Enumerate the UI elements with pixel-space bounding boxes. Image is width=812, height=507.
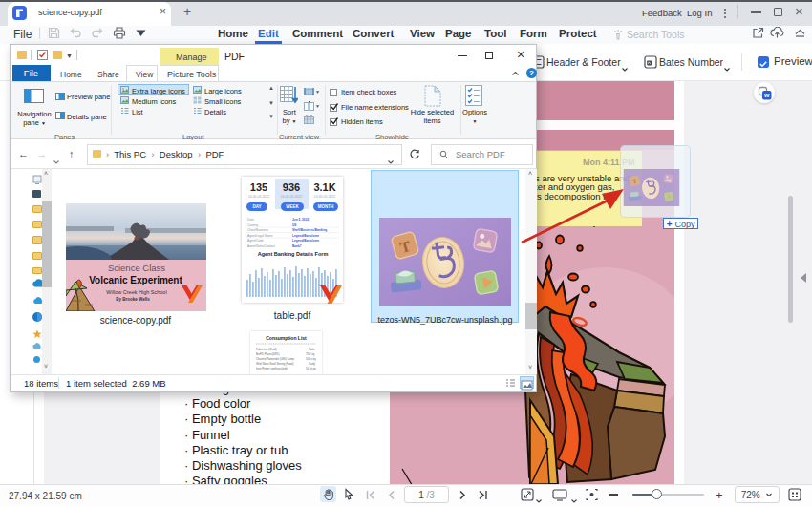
svg-text:50 t/e pp: 50 t/e pp (306, 367, 316, 370)
svg-text:Bank7: Bank7 (292, 244, 302, 248)
svg-text:Agent/Legal Name: Agent/Legal Name (247, 234, 273, 238)
svg-text:Fabric/are (Sho4): Fabric/are (Sho4) (256, 348, 277, 351)
svg-text:Agent/Sales/Contact: Agent/Sales/Contact (247, 244, 275, 248)
svg-text:Agent/Code: Agent/Code (247, 239, 264, 243)
svg-text:750 Ltg: 750 Ltg (306, 352, 315, 356)
svg-text:US: US (292, 223, 296, 227)
svg-text:Charnte/Plantonide (LED) Lamp: Charnte/Plantonide (LED) Lamp (256, 357, 294, 361)
svg-text:Sahu: Sahu (309, 348, 315, 351)
svg-text:Country: Country (247, 223, 259, 227)
svg-text:Willow Creek High School: Willow Creek High School (106, 289, 166, 295)
svg-text:Shelf/Business/Banking: Shelf/Business/Banking (292, 228, 327, 232)
svg-text:Legend/Bartolome: Legend/Bartolome (292, 239, 319, 243)
svg-text:Volcanic Experiment: Volcanic Experiment (89, 275, 182, 285)
svg-text:Client/Business: Client/Business (247, 228, 268, 232)
svg-text:BioPD Plastic(48%): BioPD Plastic(48%) (256, 352, 279, 356)
svg-text:Date: Date (247, 218, 254, 222)
svg-text:w: w (763, 92, 770, 98)
svg-text:Saely: Saely (309, 362, 316, 366)
svg-text:Inno Primer synthesis(nde): Inno Primer synthesis(nde) (256, 367, 288, 370)
svg-text:Jun 5, 2022: Jun 5, 2022 (292, 218, 309, 222)
svg-text:Shlel Neox Steel Stirring (Foo: Shlel Neox Steel Stirring (Food) (256, 362, 293, 366)
svg-text:550 e kg: 550 e kg (306, 357, 316, 361)
svg-text:Legend/Bartolome: Legend/Bartolome (292, 234, 319, 238)
svg-text:By Brooke Wells: By Brooke Wells (116, 297, 150, 302)
svg-text:Science Class: Science Class (108, 263, 165, 273)
